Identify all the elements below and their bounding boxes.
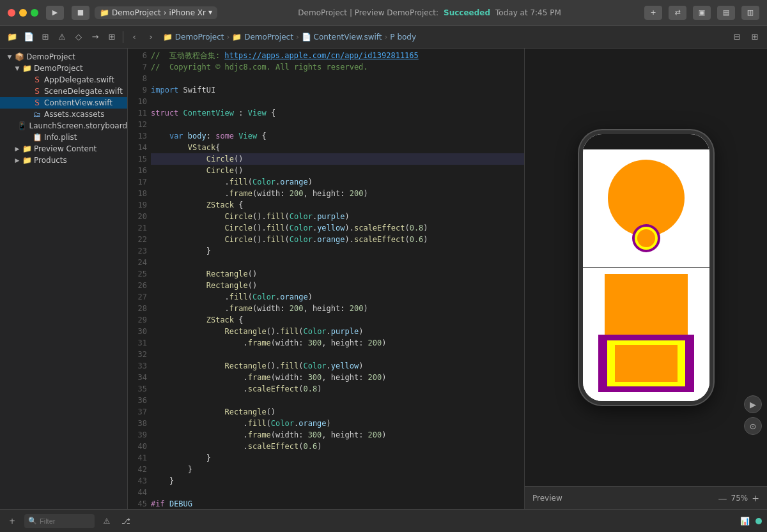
line-numbers: 6789101112131415161718192021222324252627… (128, 49, 151, 509)
code-editor: 6789101112131415161718192021222324252627… (128, 49, 524, 509)
phone-frame (579, 130, 713, 405)
sidebar-item-label: DemoProject (26, 52, 75, 61)
sidebar-item-appdelegate[interactable]: S AppDelegate.swift (0, 74, 127, 86)
asset-file-icon: 🗂 (32, 110, 42, 119)
breadcrumb-item-4[interactable]: P body (390, 33, 416, 42)
library-icon[interactable]: ⊞ (748, 30, 762, 44)
folder-icon[interactable]: 📁 (5, 30, 19, 44)
forward-icon[interactable]: › (144, 30, 158, 44)
status-indicator (755, 518, 762, 524)
screen-top-circles (583, 134, 709, 268)
search-icon: 🔍 (28, 517, 37, 525)
rect-orange-small (615, 345, 678, 382)
circle-orange-small (637, 229, 655, 247)
breadcrumb-item-1[interactable]: 📁 DemoProject (163, 33, 224, 42)
sidebar-item-products-label: Products (34, 156, 67, 165)
zoom-in-button[interactable]: + (752, 493, 759, 503)
project-icon: 📁 (100, 8, 109, 17)
add-button[interactable]: + (644, 6, 662, 20)
sidebar-item-label-7: LaunchScreen.storyboard (29, 121, 127, 130)
folder-tree-icon: 📁 (22, 64, 32, 73)
divider-1 (123, 31, 123, 43)
screen-bottom-rects (583, 268, 709, 401)
filter-input[interactable] (40, 517, 91, 525)
sidebar-item-label-6: Assets.xcassets (44, 110, 105, 119)
sidebar-item-launchscreen[interactable]: 📱 LaunchScreen.storyboard (0, 120, 127, 132)
sidebar-item-label-5: ContentView.swift (44, 98, 112, 107)
stop-button[interactable]: ■ (72, 6, 89, 20)
phone-screen (583, 134, 709, 401)
status-prefix: DemoProject | Preview DemoProject: (298, 8, 438, 17)
sidebar-item-scenedelegate[interactable]: S SceneDelegate.swift (0, 86, 127, 97)
titlebar-right: + ⇄ ▣ ▤ ▥ (642, 6, 759, 20)
layout-button-1[interactable]: ⇄ (669, 6, 686, 20)
grid-icon[interactable]: ⊞ (105, 30, 119, 44)
sidebar-item-label-4: SceneDelegate.swift (44, 87, 123, 96)
preview-label: Preview (532, 494, 562, 503)
layout-button-2[interactable]: ▣ (693, 6, 711, 20)
sidebar-item-products[interactable]: ▶ 📁 Products (0, 155, 127, 166)
memory-button[interactable]: 📊 (738, 514, 752, 528)
expand-arrow: ▼ (5, 54, 14, 60)
preview-panel: ▶ ⊙ Preview — 75% + (524, 49, 767, 509)
expand-arrow-2: ▼ (13, 65, 22, 72)
traffic-lights (8, 9, 38, 17)
inspector-icon[interactable]: ⊟ (730, 30, 744, 44)
filter-box[interactable]: 🔍 (24, 514, 95, 528)
titlebar: ▶ ■ 📁 DemoProject › iPhone Xr ▼ DemoProj… (0, 0, 767, 26)
project-file-icon: 📦 (14, 52, 24, 61)
layout-button-3[interactable]: ▤ (717, 6, 735, 20)
layout-button-4[interactable]: ▥ (741, 6, 759, 20)
close-button[interactable] (8, 9, 15, 17)
file-tree: ▼ 📦 DemoProject ▼ 📁 DemoProject S AppDel… (0, 49, 127, 169)
file-icon[interactable]: 📄 (22, 30, 36, 44)
storyboard-icon: 📱 (17, 121, 27, 130)
code-area[interactable]: 6789101112131415161718192021222324252627… (128, 49, 524, 509)
issues-button[interactable]: ⚠ (100, 514, 114, 528)
breadcrumb-item-3[interactable]: 📄 ContentView.swift (302, 33, 382, 42)
sidebar-item-contentview[interactable]: S ContentView.swift (0, 97, 127, 109)
warning-icon[interactable]: ⚠ (55, 30, 69, 44)
project-name: DemoProject (112, 8, 161, 17)
search-toolbar-icon[interactable]: ⊞ (38, 30, 52, 44)
preview-device-area: ▶ ⊙ (525, 49, 767, 486)
code-content[interactable]: // 互动教程合集: https://apps.apple.com/cn/app… (151, 49, 524, 509)
swift-file-icon-2: S (32, 87, 42, 96)
main-layout: ▼ 📦 DemoProject ▼ 📁 DemoProject S AppDel… (0, 49, 767, 509)
status-success: Succeeded (444, 8, 490, 17)
sidebar-item-preview-content[interactable]: ▶ 📁 Preview Content (0, 143, 127, 155)
live-preview-button[interactable]: ▶ (744, 395, 762, 413)
sidebar-item-assets[interactable]: 🗂 Assets.xcassets (0, 109, 127, 120)
swift-file-icon-1: S (32, 75, 42, 84)
preview-bottom-toolbar: Preview — 75% + (525, 486, 767, 509)
inspector-preview-button[interactable]: ⊙ (744, 417, 762, 435)
phone-notch (621, 134, 672, 148)
sidebar-item-demoproject-folder[interactable]: ▼ 📁 DemoProject (0, 63, 127, 74)
diamond-icon[interactable]: ◇ (72, 30, 86, 44)
arrow-icon[interactable]: → (88, 30, 102, 44)
status-area: DemoProject | Preview DemoProject: Succe… (222, 8, 637, 17)
collapsed-arrow: ▶ (13, 146, 22, 152)
sidebar-item-demoproject-root[interactable]: ▼ 📦 DemoProject (0, 51, 127, 63)
run-button[interactable]: ▶ (46, 6, 64, 20)
sidebar-item-infoplist[interactable]: 📋 Info.plist (0, 132, 127, 143)
back-icon[interactable]: ‹ (127, 30, 141, 44)
preview-side-buttons: ▶ ⊙ (744, 395, 762, 435)
breadcrumb-item-2[interactable]: 📁 DemoProject (232, 33, 293, 42)
sidebar-item-label-9: Preview Content (34, 144, 97, 153)
breadcrumb: 📁 DemoProject › 📁 DemoProject › 📄 Conten… (163, 33, 416, 42)
toolbar-right: ⊟ ⊞ (730, 30, 762, 44)
zoom-out-button[interactable]: — (718, 493, 727, 503)
collapsed-arrow-2: ▶ (13, 157, 22, 163)
rect-orange-large (605, 274, 688, 338)
sidebar-item-label-3: AppDelegate.swift (44, 75, 114, 84)
separator: › (164, 8, 167, 17)
scheme-selector[interactable]: 📁 DemoProject › iPhone Xr ▼ (95, 6, 217, 19)
status-time: Today at 7:45 PM (495, 8, 561, 17)
minimize-button[interactable] (19, 9, 27, 17)
fullscreen-button[interactable] (31, 9, 38, 17)
add-bottom-button[interactable]: + (5, 514, 19, 528)
device-name: iPhone Xr (169, 8, 206, 17)
folder-icon-2: 📁 (22, 144, 32, 153)
branch-button[interactable]: ⎇ (119, 514, 133, 528)
